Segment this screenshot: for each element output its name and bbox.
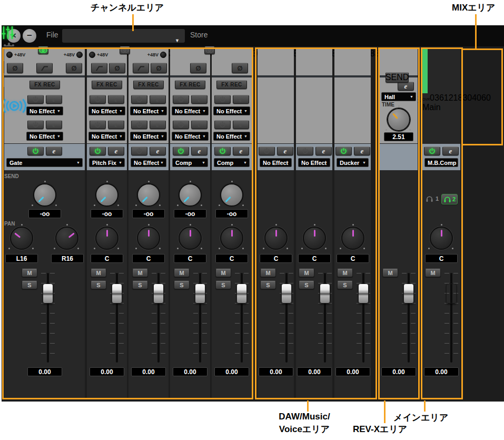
- fader-handle[interactable]: [43, 283, 53, 304]
- insert-power-button[interactable]: [335, 146, 352, 155]
- mute-button[interactable]: M: [215, 269, 231, 277]
- solo-button[interactable]: S: [91, 281, 106, 289]
- solo-button[interactable]: S: [337, 281, 353, 289]
- fader-handle[interactable]: [236, 283, 247, 304]
- pan-knob[interactable]: [341, 227, 364, 250]
- fx-slot-2-edit-button[interactable]: e: [233, 120, 249, 129]
- fader-handle[interactable]: [358, 283, 369, 304]
- insert-power-button[interactable]: [424, 146, 440, 155]
- insert-effect-select[interactable]: M.B.Comp▼: [424, 158, 458, 167]
- fx-rec-button[interactable]: FX REC: [133, 80, 164, 89]
- insert-effect-select[interactable]: Comp▼: [172, 158, 208, 167]
- insert-edit-button[interactable]: e: [46, 146, 62, 155]
- insert-power-button[interactable]: [131, 146, 147, 155]
- phase-invert-button[interactable]: Ø: [190, 63, 206, 73]
- phase-invert-button[interactable]: Ø: [232, 63, 248, 73]
- fader-handle[interactable]: [195, 283, 205, 304]
- fx-slot-2-power-button[interactable]: [131, 120, 147, 129]
- fx-rec-button[interactable]: FX REC: [175, 80, 205, 89]
- insert-edit-button[interactable]: e: [191, 146, 207, 155]
- mute-button[interactable]: M: [91, 269, 106, 277]
- fx-rec-button[interactable]: FX REC: [92, 80, 122, 89]
- insert-effect-select[interactable]: Gate▼: [6, 158, 83, 167]
- insert-power-button[interactable]: [90, 146, 106, 155]
- fx-slot-2-power-button[interactable]: [27, 120, 44, 129]
- fx-slot-1-select[interactable]: No Effect▼: [26, 106, 63, 115]
- pan-knob[interactable]: [95, 227, 118, 250]
- send-knob[interactable]: [179, 183, 202, 207]
- fader-handle[interactable]: [153, 283, 164, 304]
- fx-slot-1-power-button[interactable]: [90, 95, 106, 104]
- pan-knob[interactable]: [220, 227, 243, 250]
- insert-edit-button[interactable]: e: [233, 146, 249, 155]
- solo-button[interactable]: S: [132, 281, 148, 289]
- solo-button[interactable]: S: [299, 281, 314, 289]
- pan-knob[interactable]: [303, 227, 326, 250]
- time-knob[interactable]: [387, 108, 410, 131]
- fx-slot-1-edit-button[interactable]: e: [150, 95, 166, 104]
- fx-slot-1-power-button[interactable]: [214, 95, 231, 104]
- fx-slot-1-power-button[interactable]: [173, 95, 189, 104]
- mute-button[interactable]: M: [382, 269, 398, 277]
- fx-slot-2-select[interactable]: No Effect▼: [213, 132, 250, 141]
- mute-button[interactable]: M: [22, 269, 37, 277]
- fx-slot-1-power-button[interactable]: [27, 95, 44, 104]
- insert-effect-select[interactable]: No Effect▼: [260, 158, 292, 167]
- revx-send-button[interactable]: SEND: [386, 72, 409, 83]
- fx-slot-2-power-button[interactable]: [214, 120, 231, 129]
- fader-handle[interactable]: [403, 283, 414, 304]
- fx-slot-1-edit-button[interactable]: e: [191, 95, 207, 104]
- insert-edit-button[interactable]: e: [315, 146, 332, 155]
- store-button[interactable]: Store: [190, 31, 207, 39]
- mute-button[interactable]: M: [132, 269, 148, 277]
- stereo-link-button-3[interactable]: [204, 46, 215, 54]
- fader-handle[interactable]: [112, 283, 122, 304]
- fader-handle[interactable]: [281, 283, 292, 304]
- fx-slot-2-select[interactable]: No Effect▼: [172, 132, 209, 141]
- mute-button[interactable]: M: [174, 269, 190, 277]
- phase-invert-button[interactable]: Ø: [151, 63, 167, 73]
- fx-slot-2-power-button[interactable]: [173, 120, 189, 129]
- fx-rec-button[interactable]: FX REC: [216, 80, 247, 89]
- insert-power-button[interactable]: [214, 146, 231, 155]
- insert-edit-button[interactable]: e: [108, 146, 124, 155]
- fx-slot-2-select[interactable]: No Effect▼: [130, 132, 167, 141]
- revx-preset-select[interactable]: Hall▼: [381, 92, 416, 101]
- fx-slot-1-select[interactable]: No Effect▼: [213, 106, 250, 115]
- insert-effect-select[interactable]: Comp▼: [214, 158, 250, 167]
- fx-slot-1-select[interactable]: No Effect▼: [172, 106, 209, 115]
- stereo-link-button-2[interactable]: [120, 46, 130, 54]
- hpf-button[interactable]: [91, 63, 107, 73]
- insert-effect-select[interactable]: No Effect▼: [131, 158, 166, 167]
- fx-slot-1-edit-button[interactable]: e: [46, 95, 62, 104]
- insert-edit-button[interactable]: e: [354, 146, 370, 155]
- insert-power-button[interactable]: [259, 146, 275, 155]
- send-knob[interactable]: [33, 183, 56, 207]
- hpf-button[interactable]: [36, 63, 53, 73]
- insert-power-button[interactable]: [297, 146, 313, 155]
- insert-edit-button[interactable]: e: [150, 146, 166, 155]
- insert-effect-select[interactable]: Pitch Fix▼: [89, 158, 125, 167]
- phase-invert-button[interactable]: Ø: [7, 63, 23, 73]
- fx-slot-2-edit-button[interactable]: e: [108, 120, 124, 129]
- insert-edit-button[interactable]: e: [442, 146, 459, 155]
- phase-invert-button[interactable]: Ø: [66, 63, 82, 73]
- revx-edit-button[interactable]: e: [398, 82, 414, 91]
- pan-knob-left[interactable]: [10, 227, 33, 250]
- phase-invert-button[interactable]: Ø: [109, 63, 125, 73]
- insert-edit-button[interactable]: e: [277, 146, 293, 155]
- send-knob[interactable]: [137, 183, 160, 207]
- solo-button[interactable]: S: [260, 281, 276, 289]
- fx-slot-2-power-button[interactable]: [90, 120, 106, 129]
- fx-slot-1-select[interactable]: No Effect▼: [130, 106, 167, 115]
- phones-2-button[interactable]: 2: [441, 194, 458, 204]
- pan-knob[interactable]: [430, 227, 453, 250]
- solo-button[interactable]: S: [22, 281, 37, 289]
- fx-slot-1-edit-button[interactable]: e: [233, 95, 249, 104]
- insert-power-button[interactable]: [173, 146, 189, 155]
- send-knob[interactable]: [95, 183, 118, 207]
- mute-button[interactable]: M: [425, 269, 441, 277]
- solo-button[interactable]: S: [174, 281, 190, 289]
- pan-knob[interactable]: [264, 227, 288, 250]
- mute-button[interactable]: M: [337, 269, 353, 277]
